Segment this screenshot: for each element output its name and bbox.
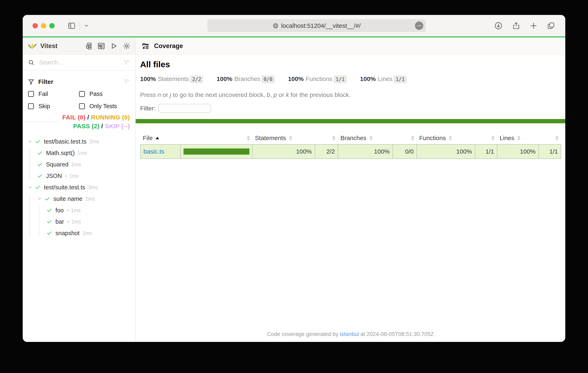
filter-option-skip[interactable]: Skip — [28, 100, 79, 112]
istanbul-link[interactable]: istanbul — [340, 331, 359, 337]
test-case-row[interactable]: Squared 1ms — [37, 159, 135, 170]
file-link[interactable]: basic.ts — [143, 148, 164, 155]
column-header-functions[interactable]: Functions — [417, 132, 475, 144]
search-input[interactable]: Search... — [39, 59, 123, 66]
report-folder-icon — [142, 42, 149, 50]
dashboard-icon[interactable] — [98, 42, 105, 50]
downloads-icon[interactable] — [494, 21, 503, 30]
run-all-icon[interactable] — [110, 42, 117, 50]
page-settings-button[interactable] — [415, 21, 423, 30]
pass-check-icon — [37, 150, 43, 156]
coverage-title: Coverage — [154, 42, 183, 50]
coverage-bar-fill — [184, 148, 249, 155]
column-header-branches-abs-sorter[interactable] — [393, 132, 417, 144]
run-summary: FAIL (0) / RUNNING (0) PASS (2) / SKIP (… — [59, 113, 130, 130]
skip-count: SKIP (--) — [105, 123, 130, 129]
lines-stat: 100%Lines1/1 — [360, 75, 407, 83]
sorter-icon — [449, 135, 452, 141]
minimize-window-button[interactable] — [41, 23, 46, 28]
filter-option-fail[interactable]: Fail — [28, 88, 79, 100]
only-tests-checkbox[interactable] — [79, 103, 85, 109]
test-case-row[interactable]: JSON < 1ms — [37, 170, 135, 182]
branches-abs-cell: 0/0 — [393, 144, 417, 159]
coverage-panel: Coverage All files 100%Statements2/2 100… — [136, 37, 565, 342]
test-duration: 1ms — [71, 162, 81, 167]
column-header-branches[interactable]: Branches — [338, 132, 393, 144]
toolbar-divider — [80, 21, 80, 30]
coverage-filter-input[interactable] — [158, 104, 211, 113]
sort-asc-icon — [156, 137, 159, 139]
globe-icon — [273, 23, 279, 29]
test-case-label: bar — [55, 218, 64, 225]
pass-check-icon — [46, 230, 52, 236]
chevron-down-icon[interactable] — [28, 139, 35, 144]
test-case-label: JSON — [46, 173, 62, 179]
skip-checkbox[interactable] — [28, 103, 34, 109]
test-file-row[interactable]: test/basic.test.ts 2ms — [28, 136, 135, 147]
coverage-table: File Statements Branches Functions Lines — [140, 132, 561, 159]
column-header-statements-abs-sorter[interactable] — [315, 132, 338, 144]
keyboard-hint: Press n or j to go to the next uncovered… — [140, 91, 561, 98]
test-case-label: Math.sqrt() — [46, 150, 75, 156]
functions-pct-cell: 100% — [417, 144, 475, 159]
column-header-functions-abs-sorter[interactable] — [475, 132, 497, 144]
coverage-table-header-row: File Statements Branches Functions Lines — [140, 132, 561, 144]
column-header-lines-abs-sorter[interactable] — [539, 132, 561, 144]
lines-pct-cell: 100% — [497, 144, 539, 159]
test-file-row[interactable]: test/suite.test.ts 3ms — [28, 182, 135, 193]
search-bar[interactable]: Search... — [23, 55, 135, 71]
report-footer: Code coverage generated by istanbul at 2… — [136, 331, 565, 337]
app-title: Vitest — [40, 42, 57, 50]
theme-toggle-icon[interactable] — [123, 42, 130, 50]
test-suite-row[interactable]: suite name 2ms — [37, 193, 135, 205]
tab-overview-icon[interactable] — [547, 22, 555, 30]
browser-window: localhost:51204/__vitest__/#/ — [23, 15, 565, 342]
zoom-window-button[interactable] — [49, 23, 55, 28]
column-header-file[interactable]: File — [140, 132, 180, 144]
column-header-lines[interactable]: Lines — [497, 132, 539, 144]
test-case-row[interactable]: bar < 1ms — [46, 216, 135, 228]
pass-checkbox[interactable] — [79, 91, 85, 97]
file-cell: basic.ts — [140, 144, 180, 159]
test-duration: < 1ms — [66, 207, 81, 213]
chevron-down-icon[interactable] — [37, 196, 44, 201]
filter-option-pass[interactable]: Pass — [79, 88, 130, 100]
test-duration: < 1ms — [67, 219, 81, 225]
branches-fraction-badge: 0/0 — [262, 75, 274, 83]
coverage-table-row: basic.ts 100% 2/2 100% 0/0 100% 1/1 100%… — [140, 144, 561, 159]
pass-check-icon — [46, 207, 52, 213]
share-icon[interactable] — [512, 22, 520, 30]
pass-count: PASS (2) — [73, 123, 99, 129]
new-tab-icon[interactable] — [530, 22, 537, 30]
chevron-down-icon[interactable] — [84, 23, 89, 28]
sorter-icon — [411, 135, 414, 141]
branches-stat: 100%Branches0/0 — [217, 75, 274, 83]
functions-stat: 100%Functions1/1 — [288, 75, 346, 83]
test-case-row[interactable]: Math.sqrt() 1ms — [37, 147, 135, 159]
clear-filter-icon[interactable] — [123, 79, 130, 85]
address-bar[interactable]: localhost:51204/__vitest__/#/ — [207, 19, 426, 32]
sidebar-toggle-icon[interactable] — [67, 21, 76, 30]
coverage-header: Coverage — [136, 37, 565, 55]
test-case-row[interactable]: foo < 1ms — [46, 205, 135, 216]
test-duration: 1ms — [83, 230, 92, 236]
chevron-down-icon[interactable] — [28, 185, 35, 190]
fail-checkbox[interactable] — [28, 91, 34, 97]
close-window-button[interactable] — [32, 23, 38, 28]
test-duration: 2ms — [89, 139, 99, 145]
pass-check-icon — [35, 139, 41, 144]
filter-title: Filter — [38, 78, 53, 85]
column-header-chart-sorter[interactable] — [180, 132, 252, 144]
filter-option-only-tests[interactable]: Only Tests — [79, 100, 130, 112]
test-duration: 2ms — [85, 196, 95, 202]
clear-search-filter-icon[interactable] — [123, 59, 130, 66]
pass-check-icon — [37, 173, 43, 179]
vitest-sidebar: Vitest — [23, 37, 136, 342]
sorter-icon — [369, 135, 373, 141]
sidebar-header: Vitest — [23, 37, 135, 55]
list-tree-icon[interactable] — [85, 42, 92, 50]
column-header-statements[interactable]: Statements — [252, 132, 315, 144]
test-case-row[interactable]: snapshot 1ms — [46, 228, 135, 239]
test-case-label: snapshot — [55, 230, 80, 237]
test-case-label: Squared — [46, 161, 69, 168]
